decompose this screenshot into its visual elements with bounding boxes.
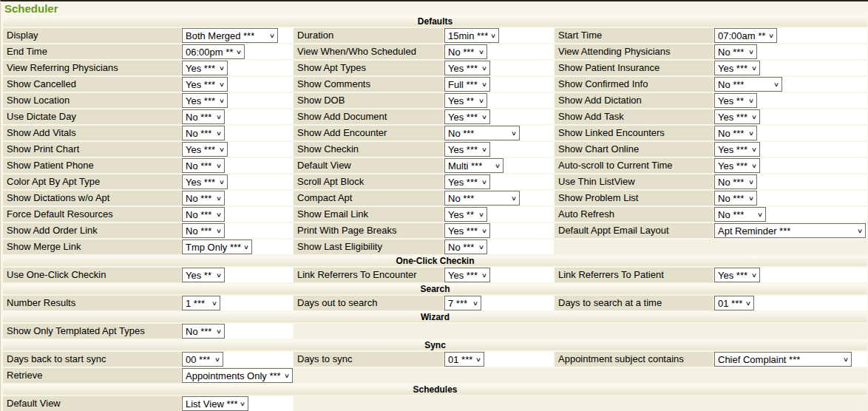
select-use-one-click-checkin[interactable]: Yes **∨ [182, 268, 225, 282]
select-days-to-search-at-a-time[interactable]: 01 ***∨ [714, 296, 754, 310]
field-label-number-results: Number Results [3, 296, 181, 310]
select-show-email-link[interactable]: Yes **∨ [444, 207, 487, 222]
field-label-show-location: Show Location [3, 93, 181, 108]
select-show-only-templated-apt-types[interactable]: No ***∨ [182, 324, 225, 339]
select-view-when-who-scheduled[interactable]: No ***∨ [444, 44, 487, 59]
select-start-time[interactable]: 07:00am ***∨ [714, 28, 777, 43]
select-show-apt-types[interactable]: Yes ***∨ [444, 61, 490, 75]
field-label-show-checkin: Show Checkin [294, 142, 444, 157]
chevron-down-icon: ∨ [490, 33, 496, 38]
settings-row: Default ViewList View ***∨ [3, 396, 867, 411]
select-show-dob[interactable]: Yes **∨ [444, 93, 487, 108]
select-default-view[interactable]: Multi ***∨ [444, 158, 503, 173]
field-value-cell: 00 ***∨ [182, 352, 293, 367]
field-value-cell: Apt Reminder ***∨ [714, 223, 867, 238]
select-show-problem-list[interactable]: No ***∨ [714, 191, 757, 206]
field-label-show-last-eligibility: Show Last Eligibility [294, 240, 444, 254]
chevron-down-icon: ∨ [216, 272, 222, 278]
selected-option: Yes *** [448, 177, 478, 188]
select-auto-scroll-to-current-time[interactable]: Yes ***∨ [714, 158, 760, 173]
select-display[interactable]: Both Merged ***∨ [182, 28, 278, 43]
selected-option: Both Merged *** [186, 30, 254, 41]
select-show-cancelled[interactable]: Yes ***∨ [182, 77, 228, 92]
selected-option: No *** [448, 128, 474, 139]
select-show-location[interactable]: Yes ***∨ [182, 93, 228, 108]
settings-row: Force Default ResourcesNo ***∨Show Email… [3, 207, 867, 222]
select-retrieve[interactable]: Appointments Only ***∨ [182, 368, 293, 383]
field-label-show-patient-phone: Show Patient Phone [3, 158, 181, 173]
field-label-show-dob: Show DOB [294, 93, 444, 108]
chevron-down-icon: ∨ [751, 114, 757, 120]
field-value-cell: Chief Complaint ***∨ [714, 352, 867, 367]
select-show-chart-online[interactable]: Yes ***∨ [714, 142, 760, 157]
select-use-thin-listview[interactable]: No ***∨ [714, 174, 757, 189]
settings-row: Use One-Click CheckinYes **∨Link Referre… [3, 268, 867, 282]
chevron-down-icon: ∨ [269, 33, 275, 38]
chevron-down-icon: ∨ [236, 49, 242, 55]
select-days-out-to-search[interactable]: 7 ***∨ [444, 296, 481, 310]
field-value-cell: Yes ***∨ [444, 109, 554, 124]
select-show-add-vitals[interactable]: No ***∨ [182, 126, 225, 140]
select-number-results[interactable]: 1 ***∨ [182, 296, 220, 310]
select-show-comments[interactable]: Full ***∨ [444, 77, 490, 92]
selected-option: No *** [186, 160, 211, 171]
select-show-linked-encounters[interactable]: No ***∨ [714, 126, 757, 140]
select-show-merge-link[interactable]: Tmp Only ***∨ [182, 240, 252, 254]
chevron-down-icon: ∨ [475, 356, 481, 362]
select-view-referring-physicians[interactable]: Yes ***∨ [182, 61, 228, 75]
select-use-dictate-day[interactable]: No ***∨ [182, 109, 225, 124]
field-label-display: Display [3, 28, 181, 43]
chevron-down-icon: ∨ [748, 98, 754, 103]
field-value-cell: No ***∨ [182, 109, 293, 124]
select-show-patient-insurance[interactable]: Yes ***∨ [714, 61, 760, 75]
selected-option: 1 *** [186, 298, 205, 309]
select-show-dictations-w-o-apt[interactable]: No ***∨ [182, 191, 225, 206]
field-value-cell: Yes **∨ [714, 93, 867, 108]
empty-cell [555, 240, 867, 254]
select-scroll-apt-block[interactable]: Yes ***∨ [444, 174, 490, 189]
select-link-referrers-to-encounter[interactable]: Yes ***∨ [444, 268, 490, 282]
selected-option: Yes *** [448, 112, 478, 123]
select-compact-apt[interactable]: No ***∨ [444, 191, 520, 206]
select-show-checkin[interactable]: Yes ***∨ [444, 142, 490, 157]
field-value-cell: Yes ***∨ [444, 142, 554, 157]
select-show-add-encounter[interactable]: No ***∨ [444, 126, 520, 140]
select-show-add-order-link[interactable]: No ***∨ [182, 223, 225, 238]
select-show-add-task[interactable]: Yes ***∨ [714, 109, 760, 124]
select-default-appt-email-layout[interactable]: Apt Reminder ***∨ [714, 223, 866, 238]
select-auto-refresh[interactable]: No ***∨ [714, 207, 766, 222]
select-days-to-sync[interactable]: 01 ***∨ [444, 352, 484, 367]
select-show-print-chart[interactable]: Yes ***∨ [182, 142, 228, 157]
selected-option: No *** [186, 326, 211, 337]
select-default-view[interactable]: List View ***∨ [182, 396, 248, 411]
select-show-add-document[interactable]: Yes ***∨ [444, 109, 490, 124]
select-show-confirmed-info[interactable]: No ***∨ [714, 77, 782, 92]
field-label-link-referrers-to-encounter: Link Referrers To Encounter [294, 268, 444, 282]
select-print-with-page-breaks[interactable]: Yes ***∨ [444, 223, 490, 238]
select-show-add-dictation[interactable]: Yes **∨ [714, 93, 757, 108]
select-show-patient-phone[interactable]: No ***∨ [182, 158, 225, 173]
select-force-default-resources[interactable]: No ***∨ [182, 207, 225, 222]
selected-option: Yes *** [186, 95, 215, 106]
settings-row: View Referring PhysiciansYes ***∨Show Ap… [3, 61, 867, 75]
select-end-time[interactable]: 06:00pm ***∨ [182, 44, 245, 59]
field-label-color-apt-by-apt-type: Color Apt By Apt Type [3, 174, 181, 189]
chevron-down-icon: ∨ [481, 146, 487, 152]
select-appointment-subject-contains[interactable]: Chief Complaint ***∨ [714, 352, 852, 367]
field-value-cell: Yes ***∨ [182, 142, 293, 157]
select-link-referrers-to-patient[interactable]: Yes ***∨ [714, 268, 760, 282]
chevron-down-icon: ∨ [481, 272, 487, 278]
field-value-cell: Appointments Only ***∨ [182, 368, 293, 383]
selected-option: 07:00am *** [718, 30, 766, 41]
field-label-duration: Duration [294, 28, 444, 43]
select-color-apt-by-apt-type[interactable]: Yes ***∨ [182, 174, 228, 189]
selected-option: Yes ** [448, 95, 474, 106]
select-duration[interactable]: 15min ***∨ [444, 28, 499, 43]
selected-option: Yes *** [718, 112, 747, 123]
chevron-down-icon: ∨ [214, 356, 220, 362]
chevron-down-icon: ∨ [243, 244, 249, 250]
select-view-attending-physicians[interactable]: No ***∨ [714, 44, 757, 59]
select-days-back-to-start-sync[interactable]: 00 ***∨ [182, 352, 223, 367]
select-show-last-eligibility[interactable]: No ***∨ [444, 240, 487, 254]
field-value-cell: List View ***∨ [182, 396, 293, 411]
